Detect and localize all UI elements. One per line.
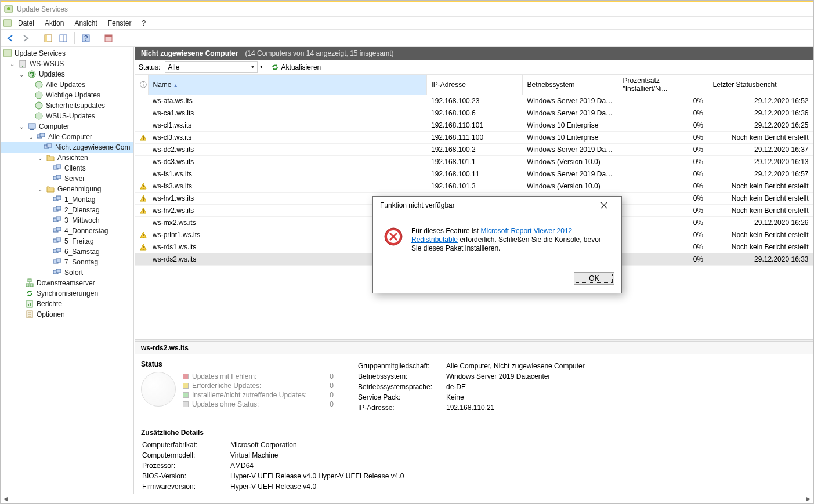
dialog-titlebar[interactable]: Funktion nicht verfügbar — [373, 197, 621, 214]
collapse-icon[interactable]: ⌄ — [18, 71, 25, 78]
legend-label: Updates mit Fehlern: — [192, 372, 256, 381]
collapse-icon[interactable]: ⌄ — [9, 61, 16, 67]
tree-item[interactable]: 6_Samstag — [1, 246, 133, 257]
tree-item[interactable]: 3_Mittwoch — [1, 215, 133, 226]
prop-key: Firmwareversion: — [142, 482, 229, 491]
collapse-icon[interactable]: ⌄ — [37, 186, 44, 193]
tree-item[interactable]: Server — [1, 173, 133, 184]
row-pct: 0% — [618, 119, 708, 132]
tree-root[interactable]: Update Services — [1, 48, 133, 59]
collapse-icon[interactable]: ⌄ — [18, 124, 25, 130]
computer-group-icon — [37, 132, 46, 142]
tree-all-computers[interactable]: ⌄ Alle Computer — [1, 132, 133, 142]
panes-button[interactable] — [57, 32, 70, 45]
tree-item[interactable]: 7_Sonntag — [1, 257, 133, 267]
col-status-icon[interactable]: ⓘ — [135, 75, 148, 95]
error-icon — [384, 227, 403, 246]
tree-updates[interactable]: ⌄ Updates — [1, 69, 133, 79]
collapse-icon[interactable]: ⌄ — [37, 155, 44, 161]
tree-label: Computer — [39, 122, 70, 130]
col-name[interactable]: Name ▲ — [148, 75, 426, 95]
tree-reports[interactable]: Berichte — [1, 299, 133, 309]
tree-approval[interactable]: ⌄ Genehmigung — [1, 184, 133, 194]
col-pct[interactable]: Prozentsatz "Installiert/Ni... — [618, 75, 708, 95]
tree-item[interactable]: Sicherheitsupdates — [1, 100, 133, 111]
menu-help[interactable]: ? — [137, 18, 150, 28]
table-row[interactable]: ws-dc2.ws.its 192.168.100.2 Windows Serv… — [135, 144, 813, 156]
svg-rect-57 — [143, 139, 143, 140]
tree-item[interactable]: 5_Freitag — [1, 236, 133, 246]
table-row[interactable]: ws-ata.ws.its 192.168.100.23 Windows Ser… — [135, 95, 813, 107]
back-button[interactable] — [4, 32, 17, 45]
tree-item[interactable]: Wichtige Updates — [1, 90, 133, 100]
tree-computers[interactable]: ⌄ Computer — [1, 121, 133, 132]
table-row[interactable]: ws-cl1.ws.its 192.168.110.101 Windows 10… — [135, 119, 813, 132]
close-button[interactable] — [592, 197, 616, 213]
refresh-button[interactable]: Aktualisieren — [267, 62, 325, 72]
scroll-track[interactable] — [10, 494, 804, 504]
collapse-icon[interactable]: ⌄ — [27, 134, 34, 140]
row-pct: 0% — [618, 180, 708, 193]
row-name: ws-ata.ws.its — [148, 95, 426, 107]
col-name-label: Name — [153, 81, 172, 89]
tree-label: Server — [64, 175, 85, 183]
row-ip: 192.168.101.1 — [426, 156, 522, 168]
status-combobox[interactable]: Alle ▼ — [165, 61, 258, 73]
legend-label: Installierte/nicht zutreffende Updates: — [192, 390, 307, 400]
update-item-icon — [34, 111, 44, 121]
computer-group-icon — [44, 143, 53, 152]
tree-item[interactable]: 2_Dienstag — [1, 205, 133, 215]
scroll-right-icon[interactable]: ► — [804, 494, 813, 504]
dialog-title: Funktion nicht verfügbar — [380, 201, 455, 209]
menu-file[interactable]: Datei — [13, 18, 39, 28]
table-row[interactable]: ws-fs1.ws.its 192.168.100.11 Windows Ser… — [135, 168, 813, 180]
show-tree-button[interactable] — [42, 32, 55, 45]
scroll-left-icon[interactable]: ◄ — [1, 494, 10, 504]
tree-item[interactable]: WSUS-Updates — [1, 111, 133, 121]
extra-button[interactable] — [102, 32, 115, 45]
dialog-text-before: Für dieses Feature ist — [411, 227, 480, 235]
row-name: ws-fs1.ws.its — [148, 168, 426, 180]
row-status-icon — [135, 144, 148, 156]
sort-asc-icon: ▲ — [173, 83, 178, 88]
tree-label: WSUS-Updates — [46, 112, 95, 120]
status-heading: Status — [141, 360, 334, 368]
tree-item[interactable]: 4_Donnerstag — [1, 226, 133, 236]
row-os: Windows 10 Enterprise — [522, 132, 618, 144]
tree-label: Downstreamserver — [37, 279, 95, 287]
legend-swatch — [183, 401, 189, 407]
ok-button[interactable]: OK — [574, 272, 614, 285]
col-last[interactable]: Letzter Statusbericht — [708, 75, 813, 95]
tree-options[interactable]: Optionen — [1, 309, 133, 320]
col-ip[interactable]: IP-Adresse — [426, 75, 522, 95]
table-row[interactable]: ws-dc3.ws.its 192.168.101.1 Windows (Ver… — [135, 156, 813, 168]
tree-item[interactable]: 1_Montag — [1, 194, 133, 205]
svg-rect-59 — [143, 188, 143, 188]
forward-button[interactable] — [19, 32, 32, 45]
tree-server[interactable]: ⌄ WS-WSUS — [1, 59, 133, 69]
svg-point-16 — [35, 92, 42, 99]
computer-group-icon — [53, 258, 62, 267]
tree-unassigned[interactable]: Nicht zugewiesene Com — [1, 142, 133, 153]
properties-table: Gruppenmitgliedschaft:Alle Computer, Nic… — [357, 360, 589, 414]
tree-downstream[interactable]: Downstreamserver — [1, 278, 133, 288]
tree-pane[interactable]: Update Services ⌄ WS-WSUS ⌄ Updates Alle… — [1, 47, 134, 494]
menu-window[interactable]: Fenster — [103, 18, 136, 28]
separator-icon — [97, 32, 97, 44]
menu-action[interactable]: Aktion — [40, 18, 68, 28]
svg-rect-44 — [56, 269, 61, 273]
col-os[interactable]: Betriebssystem — [522, 75, 618, 95]
table-row[interactable]: ws-cl3.ws.its 192.168.111.100 Windows 10… — [135, 132, 813, 144]
tree-hscroll[interactable]: ◄ ► — [1, 494, 813, 503]
tree-item[interactable]: Sofort — [1, 267, 133, 278]
menu-view[interactable]: Ansicht — [70, 18, 102, 28]
table-row[interactable]: ws-fs3.ws.its 192.168.101.3 Windows (Ver… — [135, 180, 813, 193]
tree-views[interactable]: ⌄ Ansichten — [1, 153, 133, 163]
table-row[interactable]: ws-ca1.ws.its 192.168.100.6 Windows Serv… — [135, 107, 813, 119]
row-status-icon — [135, 180, 148, 193]
tree-item[interactable]: Clients — [1, 163, 133, 173]
tree-item[interactable]: Alle Updates — [1, 79, 133, 90]
tree-sync[interactable]: Synchronisierungen — [1, 288, 133, 299]
row-os: Windows (Version 10.0) — [522, 180, 618, 193]
help-button[interactable]: ? — [79, 32, 92, 45]
